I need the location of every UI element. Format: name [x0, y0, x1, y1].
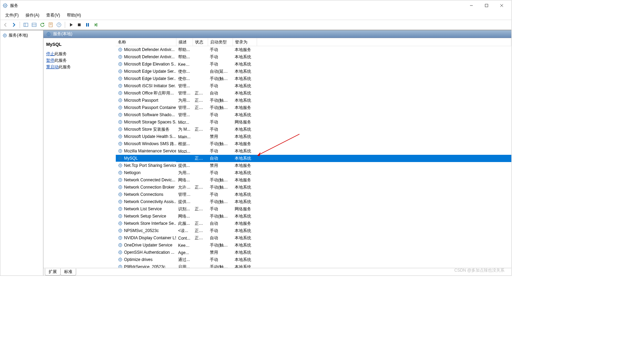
service-name: Microsoft Edge Elevation S... — [124, 62, 176, 67]
table-row[interactable]: Network Setup Service网络...手动(触发...本地系统 — [116, 213, 511, 220]
table-row[interactable]: Network Store Interface Se...此服...正在...自… — [116, 220, 511, 227]
menu-file[interactable]: 文件(F) — [2, 12, 22, 18]
window-title: 服务 — [10, 3, 464, 9]
table-row[interactable]: Microsoft Passport为用...正在...手动(触发...本地系统 — [116, 97, 511, 104]
table-row[interactable]: Net.Tcp Port Sharing Service提供...禁用本地服务 — [116, 162, 511, 169]
table-row[interactable]: Optimize drives通过...手动本地系统 — [116, 256, 511, 263]
table-row[interactable]: Microsoft Edge Update Ser...使你...自动(延迟..… — [116, 68, 511, 75]
restart-link[interactable]: 重启动 — [46, 64, 59, 69]
table-row[interactable]: OneDrive Updater ServiceKeep...手动(触发...本… — [116, 242, 511, 249]
back-button[interactable] — [2, 21, 9, 29]
table-row[interactable]: Microsoft Office 即点即用...管理 ...正在...自动本地系… — [116, 90, 511, 97]
table-row[interactable]: Microsoft iSCSI Initiator Ser...管理...手动本… — [116, 82, 511, 90]
table-row[interactable]: Network Connected Devic...网络...手动(触发...本… — [116, 177, 511, 184]
app-icon — [2, 3, 8, 8]
service-name: Network Setup Service — [124, 214, 166, 219]
table-row[interactable]: Network Connections管理"...手动本地系统 — [116, 191, 511, 198]
close-button[interactable] — [494, 1, 509, 10]
restart-button[interactable] — [92, 21, 100, 29]
col-logon[interactable]: 登录为 — [233, 38, 257, 46]
cell-startup: 手动 — [208, 46, 233, 53]
table-row[interactable]: Mozilla Maintenance ServiceMozi...手动本地系统 — [116, 148, 511, 155]
col-status[interactable]: 状态 — [193, 38, 208, 46]
menu-view[interactable]: 查看(V) — [43, 12, 63, 18]
nav-tree: 服务(本地) — [0, 30, 43, 275]
cell-status — [193, 213, 208, 220]
cell-desc: 管理... — [176, 104, 193, 111]
cell-status — [193, 46, 208, 53]
cell-logon: 本地服务 — [233, 220, 257, 227]
table-row[interactable]: Netlogon为用...手动本地系统 — [116, 169, 511, 177]
service-name: OneDrive Updater Service — [124, 243, 172, 248]
forward-button[interactable] — [10, 21, 18, 29]
table-row[interactable]: Microsoft Edge Elevation S...Keep...手动本地… — [116, 61, 511, 68]
nav-root-item[interactable]: 服务(本地) — [1, 32, 42, 39]
maximize-button[interactable] — [479, 1, 494, 10]
cell-logon: 本地系统 — [233, 234, 257, 242]
cell-startup: 手动(触发... — [208, 75, 233, 82]
table-row[interactable]: Microsoft Defender Antivir...帮助...手动本地服务 — [116, 46, 511, 53]
gear-icon — [118, 134, 123, 139]
table-row[interactable]: Microsoft Passport Container管理...正在...手动… — [116, 104, 511, 111]
col-startup[interactable]: 启动类型 — [208, 38, 233, 46]
table-row[interactable]: Network List Service识别...正在...手动网络服务 — [116, 205, 511, 213]
table-row[interactable]: NVIDIA Display Container LSCont...正在...自… — [116, 234, 511, 242]
action-suffix: 此服务 — [59, 64, 71, 69]
tab-standard[interactable]: 标准 — [60, 269, 76, 275]
cell-startup: 手动(触发... — [208, 263, 233, 268]
table-row[interactable]: Microsoft Update Health S...Main...禁用本地系… — [116, 133, 511, 140]
cell-logon: 本地系统 — [233, 242, 257, 249]
gear-icon — [118, 127, 123, 132]
menu-action[interactable]: 操作(A) — [22, 12, 43, 18]
cell-desc: 帮助... — [176, 53, 193, 61]
table-row[interactable]: Microsoft Edge Update Ser...使你...手动(触发..… — [116, 75, 511, 82]
table-row[interactable]: Microsoft Software Shado...管理...手动本地系统 — [116, 111, 511, 119]
cell-logon: 本地系统 — [233, 213, 257, 220]
gear-icon — [118, 120, 123, 124]
cell-status — [193, 162, 208, 169]
minimize-button[interactable] — [464, 1, 479, 10]
table-row[interactable]: Microsoft Store 安装服务为 M...正在...手动本地系统 — [116, 126, 511, 133]
start-button[interactable] — [67, 21, 75, 29]
cell-status — [193, 68, 208, 75]
refresh-button[interactable] — [39, 21, 46, 29]
table-row[interactable]: P9RdrService_20523c启用...手动(触发...本地系统 — [116, 263, 511, 268]
col-name[interactable]: 名称 — [116, 38, 176, 46]
cell-status: 正在... — [193, 184, 208, 191]
cell-startup: 自动 — [208, 155, 233, 162]
gear-icon — [118, 91, 123, 95]
gear-icon — [118, 149, 123, 153]
tab-extended[interactable]: 扩展 — [45, 269, 61, 275]
pause-button[interactable] — [84, 21, 91, 29]
services-grid[interactable]: 名称 描述 状态 启动类型 登录为 Microsoft Defender Ant… — [116, 38, 511, 268]
col-desc[interactable]: 描述 — [176, 38, 193, 46]
table-row[interactable]: Microsoft Storage Spaces S...Micr...手动网络… — [116, 119, 511, 126]
menu-help[interactable]: 帮助(H) — [63, 12, 84, 18]
show-hide-button[interactable] — [22, 21, 30, 29]
gear-icon — [2, 33, 7, 38]
gear-icon — [118, 98, 123, 103]
table-row[interactable]: OpenSSH Authentication ...Age...禁用本地系统 — [116, 249, 511, 256]
service-name: Microsoft Defender Antivir... — [124, 54, 175, 59]
gear-icon — [118, 47, 123, 52]
stop-link[interactable]: 停止 — [46, 51, 54, 56]
table-row[interactable]: Network Connection Broker允许 ...正在...手动(触… — [116, 184, 511, 191]
help-button[interactable]: ? — [55, 21, 63, 29]
cell-desc: 根据... — [176, 140, 193, 148]
table-row[interactable]: Microsoft Windows SMS 路...根据...手动(触发...本… — [116, 140, 511, 148]
cell-logon: 本地系统 — [233, 90, 257, 97]
table-row[interactable]: Network Connectivity Assis...提供 ...手动(触发… — [116, 198, 511, 205]
table-row[interactable]: Microsoft Defender Antivir...帮助...手动本地系统 — [116, 53, 511, 61]
stop-button[interactable] — [75, 21, 83, 29]
cell-status: 正在... — [193, 205, 208, 213]
table-row[interactable]: NPSMSvc_20523c<读...正在...手动本地系统 — [116, 227, 511, 234]
export-button[interactable] — [30, 21, 38, 29]
gear-icon — [118, 228, 123, 233]
table-row[interactable]: MySQL正在...自动本地系统 — [116, 155, 511, 162]
gear-icon — [118, 178, 123, 182]
cell-logon: 本地服务 — [233, 46, 257, 53]
service-name: Microsoft Update Health S... — [124, 134, 176, 139]
gear-icon — [46, 32, 51, 37]
properties-button[interactable] — [47, 21, 54, 29]
pause-link[interactable]: 暂停 — [46, 58, 54, 63]
